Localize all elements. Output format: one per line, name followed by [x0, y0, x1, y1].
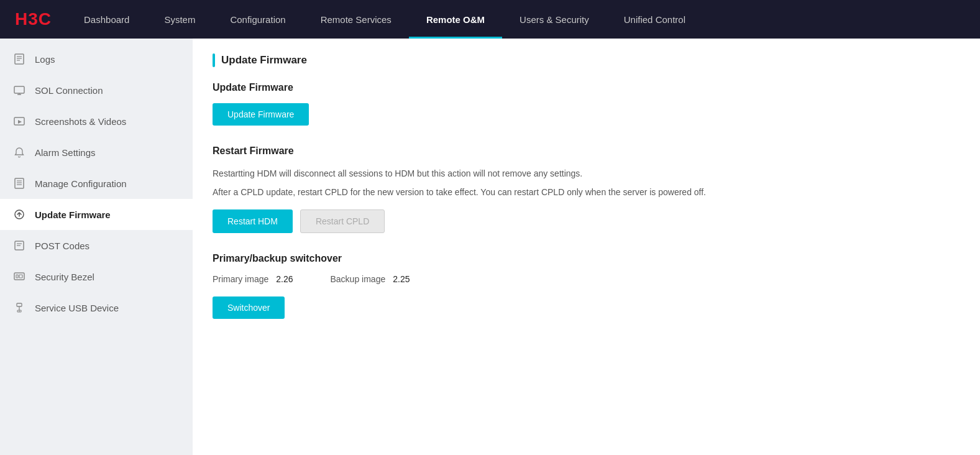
sol-icon	[12, 83, 26, 97]
restart-firmware-text2: After a CPLD update, restart CPLD for th…	[213, 185, 960, 199]
restart-hdm-button[interactable]: Restart HDM	[213, 209, 293, 233]
sidebar-item-service-usb-device[interactable]: Service USB Device	[0, 292, 193, 323]
sidebar-label-sol: SOL Connection	[35, 85, 103, 96]
restart-firmware-title: Restart Firmware	[213, 145, 960, 157]
nav-item-users-security[interactable]: Users & Security	[502, 0, 607, 39]
svg-rect-20	[17, 303, 22, 306]
top-nav: H3C Dashboard System Configuration Remot…	[0, 0, 980, 39]
update-firmware-title: Update Firmware	[213, 82, 960, 93]
logs-icon	[12, 52, 26, 66]
manage-config-icon	[12, 177, 26, 190]
page-header-bar	[213, 53, 215, 67]
switchover-button[interactable]: Switchover	[213, 296, 285, 319]
sidebar-label-manage-config: Manage Configuration	[35, 178, 127, 189]
backup-image-info: Backup image 2.25	[331, 274, 410, 284]
sidebar-item-update-firmware[interactable]: Update Firmware	[0, 199, 193, 230]
backup-image-value: 2.25	[393, 274, 410, 284]
restart-firmware-text1: Restartting HDM will disconnect all sess…	[213, 167, 960, 180]
sidebar-item-post-codes[interactable]: POST Codes	[0, 230, 193, 261]
primary-image-value: 2.26	[276, 274, 293, 284]
section-restart-firmware: Restart Firmware Restartting HDM will di…	[213, 145, 960, 233]
update-firmware-button[interactable]: Update Firmware	[213, 103, 309, 126]
section-primary-backup: Primary/backup switchover Primary image …	[213, 253, 960, 319]
sidebar-item-sol-connection[interactable]: SOL Connection	[0, 75, 193, 106]
sidebar-label-service-usb: Service USB Device	[35, 303, 119, 313]
sidebar-label-security-bezel: Security Bezel	[35, 272, 94, 282]
primary-image-info: Primary image 2.26	[213, 274, 293, 284]
restart-cpld-button: Restart CPLD	[300, 209, 385, 233]
screenshots-icon	[12, 114, 26, 128]
page-title: Update Firmware	[221, 54, 307, 67]
service-usb-icon	[12, 301, 26, 315]
sidebar-label-post-codes: POST Codes	[35, 241, 89, 251]
restart-buttons-row: Restart HDM Restart CPLD	[213, 209, 960, 233]
sidebar-label-update-firmware: Update Firmware	[35, 209, 111, 220]
backup-image-label: Backup image	[331, 274, 386, 284]
nav-item-system[interactable]: System	[147, 0, 213, 39]
content-area: Update Firmware Update Firmware Update F…	[193, 39, 980, 455]
nav-items: Dashboard System Configuration Remote Se…	[66, 0, 980, 39]
primary-image-label: Primary image	[213, 274, 268, 284]
sidebar: Logs SOL Connection Screenshots & Videos…	[0, 39, 193, 455]
security-bezel-icon	[12, 270, 26, 283]
logo: H3C	[0, 9, 66, 29]
sidebar-item-security-bezel[interactable]: Security Bezel	[0, 261, 193, 292]
sidebar-label-screenshots: Screenshots & Videos	[35, 116, 126, 127]
alarm-icon	[12, 145, 26, 159]
nav-item-configuration[interactable]: Configuration	[213, 0, 303, 39]
main-layout: Logs SOL Connection Screenshots & Videos…	[0, 39, 980, 455]
nav-item-remote-services[interactable]: Remote Services	[303, 0, 409, 39]
sidebar-label-alarm: Alarm Settings	[35, 147, 96, 158]
svg-rect-18	[16, 275, 18, 278]
post-codes-icon	[12, 239, 26, 252]
sidebar-item-manage-configuration[interactable]: Manage Configuration	[0, 168, 193, 199]
logo-text: H3C	[15, 9, 52, 29]
nav-item-unified-control[interactable]: Unified Control	[607, 0, 703, 39]
svg-rect-0	[15, 54, 24, 64]
nav-item-dashboard[interactable]: Dashboard	[66, 0, 147, 39]
svg-rect-19	[19, 275, 22, 278]
svg-rect-4	[14, 86, 24, 93]
page-header: Update Firmware	[213, 53, 960, 67]
update-firmware-icon	[12, 208, 26, 221]
image-info-row: Primary image 2.26 Backup image 2.25	[213, 274, 960, 284]
primary-backup-title: Primary/backup switchover	[213, 253, 960, 264]
sidebar-item-screenshots-videos[interactable]: Screenshots & Videos	[0, 106, 193, 137]
sidebar-label-logs: Logs	[35, 54, 55, 65]
section-update-firmware: Update Firmware Update Firmware	[213, 82, 960, 126]
svg-marker-8	[18, 120, 22, 124]
nav-item-remote-om[interactable]: Remote O&M	[409, 0, 502, 39]
svg-rect-9	[15, 178, 24, 188]
sidebar-item-logs[interactable]: Logs	[0, 44, 193, 75]
sidebar-item-alarm-settings[interactable]: Alarm Settings	[0, 137, 193, 168]
